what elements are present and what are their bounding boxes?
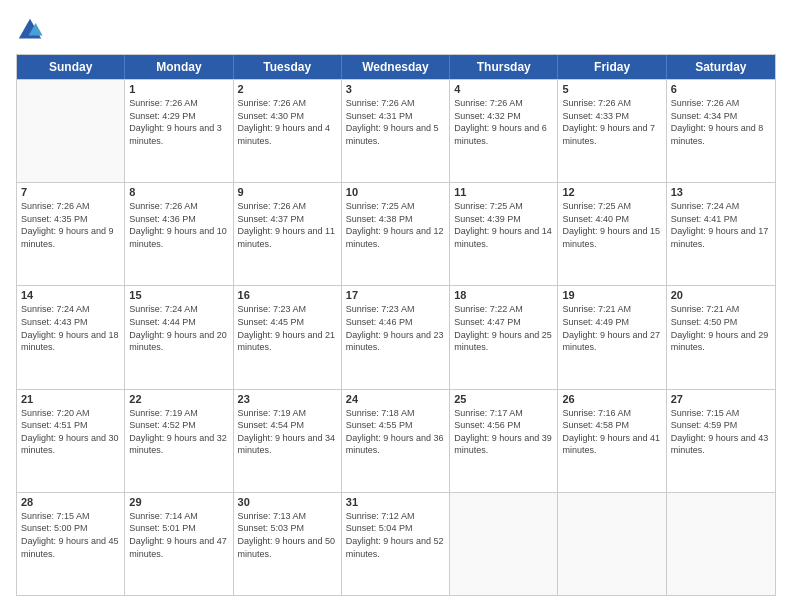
day-number: 20 (671, 289, 771, 301)
calendar-cell-11: 11Sunrise: 7:25 AM Sunset: 4:39 PM Dayli… (450, 183, 558, 285)
logo-icon (16, 16, 44, 44)
page: SundayMondayTuesdayWednesdayThursdayFrid… (0, 0, 792, 612)
day-number: 10 (346, 186, 445, 198)
day-number: 6 (671, 83, 771, 95)
day-number: 14 (21, 289, 120, 301)
day-info: Sunrise: 7:26 AM Sunset: 4:31 PM Dayligh… (346, 97, 445, 147)
day-number: 28 (21, 496, 120, 508)
calendar-row-2: 7Sunrise: 7:26 AM Sunset: 4:35 PM Daylig… (17, 182, 775, 285)
calendar-cell-30: 30Sunrise: 7:13 AM Sunset: 5:03 PM Dayli… (234, 493, 342, 595)
calendar-row-1: 1Sunrise: 7:26 AM Sunset: 4:29 PM Daylig… (17, 79, 775, 182)
calendar-cell-empty-0-0 (17, 80, 125, 182)
calendar-cell-empty-4-6 (667, 493, 775, 595)
calendar-cell-1: 1Sunrise: 7:26 AM Sunset: 4:29 PM Daylig… (125, 80, 233, 182)
calendar-cell-20: 20Sunrise: 7:21 AM Sunset: 4:50 PM Dayli… (667, 286, 775, 388)
day-number: 31 (346, 496, 445, 508)
calendar-row-5: 28Sunrise: 7:15 AM Sunset: 5:00 PM Dayli… (17, 492, 775, 595)
calendar-cell-13: 13Sunrise: 7:24 AM Sunset: 4:41 PM Dayli… (667, 183, 775, 285)
calendar-cell-17: 17Sunrise: 7:23 AM Sunset: 4:46 PM Dayli… (342, 286, 450, 388)
day-info: Sunrise: 7:26 AM Sunset: 4:32 PM Dayligh… (454, 97, 553, 147)
day-info: Sunrise: 7:12 AM Sunset: 5:04 PM Dayligh… (346, 510, 445, 560)
calendar-cell-12: 12Sunrise: 7:25 AM Sunset: 4:40 PM Dayli… (558, 183, 666, 285)
header-saturday: Saturday (667, 55, 775, 79)
day-info: Sunrise: 7:15 AM Sunset: 5:00 PM Dayligh… (21, 510, 120, 560)
calendar-cell-9: 9Sunrise: 7:26 AM Sunset: 4:37 PM Daylig… (234, 183, 342, 285)
day-number: 12 (562, 186, 661, 198)
day-info: Sunrise: 7:13 AM Sunset: 5:03 PM Dayligh… (238, 510, 337, 560)
day-info: Sunrise: 7:26 AM Sunset: 4:30 PM Dayligh… (238, 97, 337, 147)
header (16, 16, 776, 44)
day-info: Sunrise: 7:25 AM Sunset: 4:40 PM Dayligh… (562, 200, 661, 250)
day-number: 5 (562, 83, 661, 95)
day-info: Sunrise: 7:15 AM Sunset: 4:59 PM Dayligh… (671, 407, 771, 457)
calendar-cell-empty-4-5 (558, 493, 666, 595)
calendar-cell-31: 31Sunrise: 7:12 AM Sunset: 5:04 PM Dayli… (342, 493, 450, 595)
day-number: 2 (238, 83, 337, 95)
calendar-cell-23: 23Sunrise: 7:19 AM Sunset: 4:54 PM Dayli… (234, 390, 342, 492)
day-number: 29 (129, 496, 228, 508)
day-number: 9 (238, 186, 337, 198)
day-info: Sunrise: 7:21 AM Sunset: 4:49 PM Dayligh… (562, 303, 661, 353)
header-sunday: Sunday (17, 55, 125, 79)
logo (16, 16, 48, 44)
day-info: Sunrise: 7:17 AM Sunset: 4:56 PM Dayligh… (454, 407, 553, 457)
header-thursday: Thursday (450, 55, 558, 79)
day-number: 30 (238, 496, 337, 508)
day-info: Sunrise: 7:21 AM Sunset: 4:50 PM Dayligh… (671, 303, 771, 353)
day-info: Sunrise: 7:26 AM Sunset: 4:34 PM Dayligh… (671, 97, 771, 147)
calendar-cell-10: 10Sunrise: 7:25 AM Sunset: 4:38 PM Dayli… (342, 183, 450, 285)
day-info: Sunrise: 7:20 AM Sunset: 4:51 PM Dayligh… (21, 407, 120, 457)
day-number: 1 (129, 83, 228, 95)
calendar: SundayMondayTuesdayWednesdayThursdayFrid… (16, 54, 776, 596)
header-wednesday: Wednesday (342, 55, 450, 79)
calendar-cell-6: 6Sunrise: 7:26 AM Sunset: 4:34 PM Daylig… (667, 80, 775, 182)
day-number: 19 (562, 289, 661, 301)
calendar-cell-26: 26Sunrise: 7:16 AM Sunset: 4:58 PM Dayli… (558, 390, 666, 492)
day-number: 22 (129, 393, 228, 405)
day-info: Sunrise: 7:23 AM Sunset: 4:46 PM Dayligh… (346, 303, 445, 353)
day-number: 18 (454, 289, 553, 301)
calendar-cell-19: 19Sunrise: 7:21 AM Sunset: 4:49 PM Dayli… (558, 286, 666, 388)
day-info: Sunrise: 7:14 AM Sunset: 5:01 PM Dayligh… (129, 510, 228, 560)
day-info: Sunrise: 7:16 AM Sunset: 4:58 PM Dayligh… (562, 407, 661, 457)
calendar-cell-8: 8Sunrise: 7:26 AM Sunset: 4:36 PM Daylig… (125, 183, 233, 285)
day-number: 17 (346, 289, 445, 301)
day-number: 24 (346, 393, 445, 405)
calendar-cell-28: 28Sunrise: 7:15 AM Sunset: 5:00 PM Dayli… (17, 493, 125, 595)
day-number: 3 (346, 83, 445, 95)
day-info: Sunrise: 7:24 AM Sunset: 4:43 PM Dayligh… (21, 303, 120, 353)
day-number: 26 (562, 393, 661, 405)
day-info: Sunrise: 7:24 AM Sunset: 4:41 PM Dayligh… (671, 200, 771, 250)
day-info: Sunrise: 7:26 AM Sunset: 4:33 PM Dayligh… (562, 97, 661, 147)
day-number: 16 (238, 289, 337, 301)
calendar-cell-2: 2Sunrise: 7:26 AM Sunset: 4:30 PM Daylig… (234, 80, 342, 182)
day-number: 25 (454, 393, 553, 405)
day-info: Sunrise: 7:26 AM Sunset: 4:36 PM Dayligh… (129, 200, 228, 250)
day-info: Sunrise: 7:24 AM Sunset: 4:44 PM Dayligh… (129, 303, 228, 353)
header-friday: Friday (558, 55, 666, 79)
day-number: 4 (454, 83, 553, 95)
day-number: 8 (129, 186, 228, 198)
header-tuesday: Tuesday (234, 55, 342, 79)
calendar-header: SundayMondayTuesdayWednesdayThursdayFrid… (17, 55, 775, 79)
day-number: 11 (454, 186, 553, 198)
calendar-cell-29: 29Sunrise: 7:14 AM Sunset: 5:01 PM Dayli… (125, 493, 233, 595)
day-number: 21 (21, 393, 120, 405)
day-info: Sunrise: 7:23 AM Sunset: 4:45 PM Dayligh… (238, 303, 337, 353)
calendar-cell-7: 7Sunrise: 7:26 AM Sunset: 4:35 PM Daylig… (17, 183, 125, 285)
day-number: 7 (21, 186, 120, 198)
day-info: Sunrise: 7:26 AM Sunset: 4:37 PM Dayligh… (238, 200, 337, 250)
day-info: Sunrise: 7:26 AM Sunset: 4:35 PM Dayligh… (21, 200, 120, 250)
day-number: 15 (129, 289, 228, 301)
calendar-cell-4: 4Sunrise: 7:26 AM Sunset: 4:32 PM Daylig… (450, 80, 558, 182)
day-number: 23 (238, 393, 337, 405)
calendar-cell-14: 14Sunrise: 7:24 AM Sunset: 4:43 PM Dayli… (17, 286, 125, 388)
calendar-cell-empty-4-4 (450, 493, 558, 595)
day-info: Sunrise: 7:25 AM Sunset: 4:39 PM Dayligh… (454, 200, 553, 250)
calendar-cell-21: 21Sunrise: 7:20 AM Sunset: 4:51 PM Dayli… (17, 390, 125, 492)
calendar-cell-25: 25Sunrise: 7:17 AM Sunset: 4:56 PM Dayli… (450, 390, 558, 492)
day-number: 27 (671, 393, 771, 405)
calendar-row-4: 21Sunrise: 7:20 AM Sunset: 4:51 PM Dayli… (17, 389, 775, 492)
day-info: Sunrise: 7:22 AM Sunset: 4:47 PM Dayligh… (454, 303, 553, 353)
calendar-cell-22: 22Sunrise: 7:19 AM Sunset: 4:52 PM Dayli… (125, 390, 233, 492)
